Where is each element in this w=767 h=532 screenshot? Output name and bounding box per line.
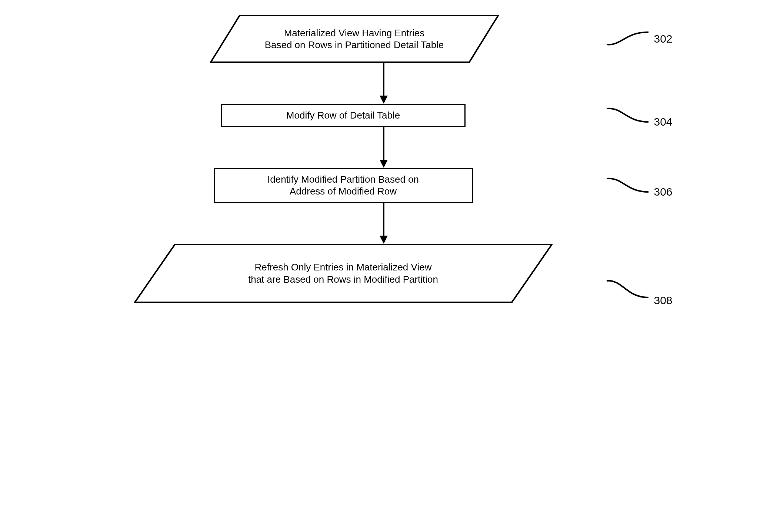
node3-line1: Identify Modified Partition Based on bbox=[267, 174, 419, 185]
curve-connector bbox=[606, 28, 650, 50]
ref-connector-4: 308 bbox=[606, 277, 680, 303]
node4-line1: Refresh Only Entries in Materialized Vie… bbox=[255, 262, 432, 273]
ref-connector-2: 304 bbox=[606, 104, 680, 126]
ref-connector-1: 302 bbox=[606, 28, 680, 50]
svg-marker-2 bbox=[380, 96, 388, 104]
svg-marker-4 bbox=[380, 160, 388, 168]
arrow-1-2 bbox=[378, 63, 389, 104]
svg-marker-6 bbox=[380, 236, 388, 244]
node1-line2: Based on Rows in Partitioned Detail Tabl… bbox=[265, 39, 444, 50]
data-shape-end: Refresh Only Entries in Materialized Vie… bbox=[134, 244, 553, 303]
arrow-2-3 bbox=[378, 127, 389, 168]
flow-node-3: Identify Modified Partition Based on Add… bbox=[87, 168, 680, 203]
curve-connector bbox=[606, 277, 650, 303]
flow-node-1: Materialized View Having Entries Based o… bbox=[87, 15, 680, 63]
flow-node-2: Modify Row of Detail Table 304 bbox=[87, 104, 680, 127]
flow-node-4: Refresh Only Entries in Materialized Vie… bbox=[87, 244, 680, 303]
ref-connector-3: 306 bbox=[606, 174, 680, 196]
ref-number-304: 304 bbox=[654, 116, 673, 128]
curve-connector bbox=[606, 174, 650, 196]
node4-line2: that are Based on Rows in Modified Parti… bbox=[248, 274, 438, 285]
ref-number-308: 308 bbox=[654, 294, 673, 307]
node-text: Refresh Only Entries in Materialized Vie… bbox=[134, 244, 553, 303]
data-shape-start: Materialized View Having Entries Based o… bbox=[210, 15, 499, 63]
ref-number-302: 302 bbox=[654, 33, 673, 45]
flowchart: Materialized View Having Entries Based o… bbox=[87, 15, 680, 303]
node1-line1: Materialized View Having Entries bbox=[284, 27, 425, 39]
node-text: Materialized View Having Entries Based o… bbox=[210, 15, 499, 63]
node3-line2: Address of Modified Row bbox=[290, 186, 397, 197]
ref-number-306: 306 bbox=[654, 186, 673, 198]
process-shape-identify: Identify Modified Partition Based on Add… bbox=[214, 168, 473, 203]
node2-text: Modify Row of Detail Table bbox=[286, 110, 400, 121]
arrow-3-4 bbox=[378, 203, 389, 244]
curve-connector bbox=[606, 104, 650, 126]
process-shape-modify: Modify Row of Detail Table bbox=[221, 104, 466, 127]
